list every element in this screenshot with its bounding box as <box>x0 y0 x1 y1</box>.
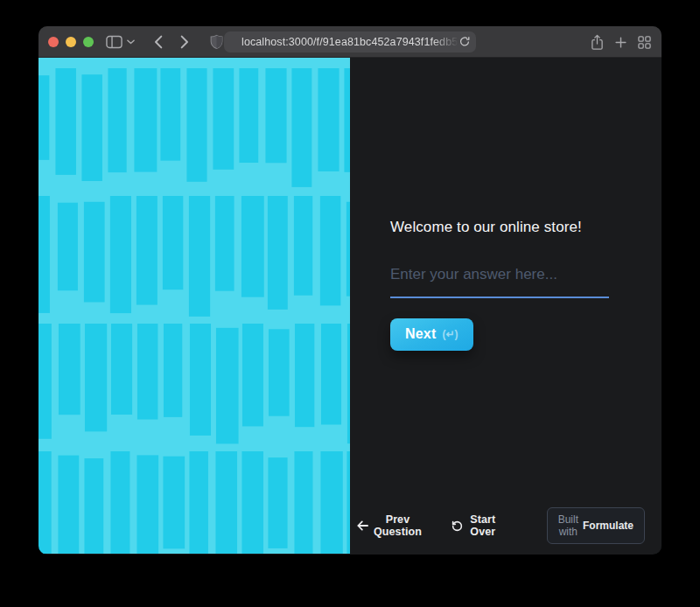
minimize-window-button[interactable] <box>66 37 76 47</box>
reload-icon[interactable] <box>459 36 470 47</box>
close-window-button[interactable] <box>48 37 59 47</box>
back-button[interactable] <box>154 35 163 49</box>
new-tab-icon[interactable] <box>615 37 626 48</box>
form-stack: Welcome to our online store! Next (↵) <box>390 219 609 351</box>
browser-titlebar: localhost:3000/f/91ea81bc452a7943f1fedb5… <box>38 26 662 58</box>
badge-brand: Formulate <box>583 520 634 532</box>
page-content: Welcome to our online store! Next (↵) Pr… <box>38 58 662 554</box>
enter-key-hint: (↵) <box>442 328 458 340</box>
forward-button[interactable] <box>180 35 189 49</box>
prev-question-button[interactable]: Prev Question <box>354 510 425 541</box>
question-title: Welcome to our online store! <box>390 219 609 236</box>
privacy-shield-icon[interactable] <box>210 34 223 50</box>
pattern-canvas <box>38 58 350 554</box>
restart-icon <box>452 520 463 532</box>
decorative-pattern-pane <box>38 58 350 554</box>
next-button[interactable]: Next (↵) <box>390 318 473 351</box>
browser-window: localhost:3000/f/91ea81bc452a7943f1fedb5… <box>38 26 662 555</box>
left-arrow-icon <box>357 520 368 531</box>
built-with-formulate-button[interactable]: Built with Formulate <box>547 507 645 544</box>
start-over-button[interactable]: Start Over <box>448 510 501 541</box>
tab-overview-icon[interactable] <box>638 36 651 49</box>
traffic-lights <box>48 37 94 47</box>
chevron-down-icon[interactable] <box>127 39 135 45</box>
zoom-window-button[interactable] <box>83 37 94 47</box>
share-icon[interactable] <box>591 34 604 51</box>
prev-question-label: Prev Question <box>374 513 422 538</box>
address-bar[interactable]: localhost:3000/f/91ea81bc452a7943f1fedb5… <box>224 31 476 52</box>
url-text: localhost:3000/f/91ea81bc452a7943f1fedb5… <box>242 36 458 48</box>
next-button-label: Next <box>405 326 436 342</box>
answer-input[interactable] <box>390 266 609 298</box>
badge-prefix: Built with <box>558 513 578 538</box>
form-pane: Welcome to our online store! Next (↵) Pr… <box>350 58 662 554</box>
sidebar-toggle-icon[interactable] <box>106 35 122 49</box>
form-footer: Prev Question Start Over Built with Form… <box>350 503 662 554</box>
start-over-label: Start Over <box>468 513 498 538</box>
